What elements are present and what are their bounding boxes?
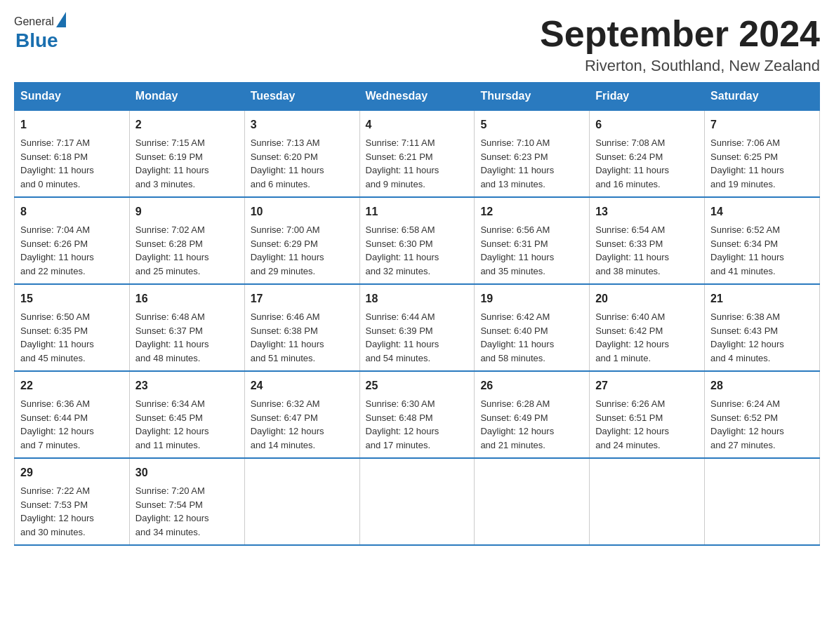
table-row <box>244 458 359 545</box>
day-info: Sunrise: 7:00 AMSunset: 6:29 PMDaylight:… <box>251 224 324 276</box>
day-info: Sunrise: 7:08 AMSunset: 6:24 PMDaylight:… <box>595 137 669 189</box>
table-row: 12 Sunrise: 6:56 AMSunset: 6:31 PMDaylig… <box>475 197 590 284</box>
table-row: 16 Sunrise: 6:48 AMSunset: 6:37 PMDaylig… <box>129 284 244 371</box>
weekday-header-row: Sunday Monday Tuesday Wednesday Thursday… <box>15 83 820 111</box>
table-row: 5 Sunrise: 7:10 AMSunset: 6:23 PMDayligh… <box>475 110 590 197</box>
day-info: Sunrise: 6:26 AMSunset: 6:51 PMDaylight:… <box>595 398 669 450</box>
table-row: 1 Sunrise: 7:17 AMSunset: 6:18 PMDayligh… <box>15 110 130 197</box>
day-info: Sunrise: 7:13 AMSunset: 6:20 PMDaylight:… <box>251 137 324 189</box>
day-number: 18 <box>366 290 469 307</box>
day-info: Sunrise: 7:20 AMSunset: 7:54 PMDaylight:… <box>135 485 209 537</box>
header-friday: Friday <box>590 83 705 111</box>
header-thursday: Thursday <box>475 83 590 111</box>
logo-triangle-icon <box>56 12 66 27</box>
day-info: Sunrise: 6:58 AMSunset: 6:30 PMDaylight:… <box>366 224 439 276</box>
day-info: Sunrise: 7:22 AMSunset: 7:53 PMDaylight:… <box>20 485 94 537</box>
day-info: Sunrise: 6:28 AMSunset: 6:49 PMDaylight:… <box>480 398 554 450</box>
day-info: Sunrise: 6:34 AMSunset: 6:45 PMDaylight:… <box>135 398 209 450</box>
day-info: Sunrise: 6:52 AMSunset: 6:34 PMDaylight:… <box>710 224 784 276</box>
day-info: Sunrise: 6:32 AMSunset: 6:47 PMDaylight:… <box>251 398 324 450</box>
table-row <box>705 458 820 545</box>
day-info: Sunrise: 7:15 AMSunset: 6:19 PMDaylight:… <box>135 137 209 189</box>
table-row: 13 Sunrise: 6:54 AMSunset: 6:33 PMDaylig… <box>590 197 705 284</box>
day-number: 7 <box>710 116 814 133</box>
day-info: Sunrise: 6:54 AMSunset: 6:33 PMDaylight:… <box>595 224 669 276</box>
table-row: 26 Sunrise: 6:28 AMSunset: 6:49 PMDaylig… <box>475 371 590 458</box>
table-row: 3 Sunrise: 7:13 AMSunset: 6:20 PMDayligh… <box>244 110 359 197</box>
day-number: 6 <box>595 116 699 133</box>
day-info: Sunrise: 6:30 AMSunset: 6:48 PMDaylight:… <box>366 398 439 450</box>
day-info: Sunrise: 7:17 AMSunset: 6:18 PMDaylight:… <box>20 137 94 189</box>
header-monday: Monday <box>129 83 244 111</box>
table-row: 8 Sunrise: 7:04 AMSunset: 6:26 PMDayligh… <box>15 197 130 284</box>
table-row: 18 Sunrise: 6:44 AMSunset: 6:39 PMDaylig… <box>359 284 475 371</box>
day-info: Sunrise: 6:50 AMSunset: 6:35 PMDaylight:… <box>20 311 94 363</box>
logo-area: General Blue <box>14 14 66 52</box>
day-info: Sunrise: 6:48 AMSunset: 6:37 PMDaylight:… <box>135 311 209 363</box>
day-number: 21 <box>710 290 814 307</box>
header-tuesday: Tuesday <box>244 83 359 111</box>
header-sunday: Sunday <box>15 83 130 111</box>
page-title: September 2024 <box>540 14 820 54</box>
table-row: 20 Sunrise: 6:40 AMSunset: 6:42 PMDaylig… <box>590 284 705 371</box>
day-info: Sunrise: 6:24 AMSunset: 6:52 PMDaylight:… <box>710 398 784 450</box>
day-number: 22 <box>20 377 124 394</box>
day-number: 14 <box>710 203 814 220</box>
table-row: 27 Sunrise: 6:26 AMSunset: 6:51 PMDaylig… <box>590 371 705 458</box>
day-number: 3 <box>251 116 354 133</box>
day-number: 4 <box>366 116 469 133</box>
logo: General <box>14 14 66 29</box>
day-info: Sunrise: 6:40 AMSunset: 6:42 PMDaylight:… <box>595 311 669 363</box>
table-row: 19 Sunrise: 6:42 AMSunset: 6:40 PMDaylig… <box>475 284 590 371</box>
day-number: 5 <box>480 116 583 133</box>
week-row-3: 15 Sunrise: 6:50 AMSunset: 6:35 PMDaylig… <box>15 284 820 371</box>
day-number: 16 <box>135 290 239 307</box>
day-number: 9 <box>135 203 239 220</box>
day-info: Sunrise: 6:38 AMSunset: 6:43 PMDaylight:… <box>710 311 784 363</box>
day-number: 20 <box>595 290 699 307</box>
week-row-5: 29 Sunrise: 7:22 AMSunset: 7:53 PMDaylig… <box>15 458 820 545</box>
table-row: 22 Sunrise: 6:36 AMSunset: 6:44 PMDaylig… <box>15 371 130 458</box>
table-row: 11 Sunrise: 6:58 AMSunset: 6:30 PMDaylig… <box>359 197 475 284</box>
day-number: 27 <box>595 377 699 394</box>
table-row <box>359 458 475 545</box>
table-row: 14 Sunrise: 6:52 AMSunset: 6:34 PMDaylig… <box>705 197 820 284</box>
table-row: 15 Sunrise: 6:50 AMSunset: 6:35 PMDaylig… <box>15 284 130 371</box>
day-number: 26 <box>480 377 583 394</box>
day-info: Sunrise: 6:36 AMSunset: 6:44 PMDaylight:… <box>20 398 94 450</box>
day-number: 12 <box>480 203 583 220</box>
day-number: 19 <box>480 290 583 307</box>
table-row <box>590 458 705 545</box>
day-info: Sunrise: 6:42 AMSunset: 6:40 PMDaylight:… <box>480 311 554 363</box>
table-row: 2 Sunrise: 7:15 AMSunset: 6:19 PMDayligh… <box>129 110 244 197</box>
day-number: 24 <box>251 377 354 394</box>
day-number: 8 <box>20 203 124 220</box>
day-info: Sunrise: 7:10 AMSunset: 6:23 PMDaylight:… <box>480 137 554 189</box>
day-number: 2 <box>135 116 239 133</box>
calendar-table: Sunday Monday Tuesday Wednesday Thursday… <box>14 82 820 546</box>
day-number: 15 <box>20 290 124 307</box>
logo-blue-text: Blue <box>15 29 58 52</box>
table-row: 29 Sunrise: 7:22 AMSunset: 7:53 PMDaylig… <box>15 458 130 545</box>
day-number: 1 <box>20 116 124 133</box>
day-number: 25 <box>366 377 469 394</box>
title-area: September 2024 Riverton, Southland, New … <box>540 14 820 75</box>
day-number: 30 <box>135 464 239 481</box>
day-info: Sunrise: 7:04 AMSunset: 6:26 PMDaylight:… <box>20 224 94 276</box>
day-info: Sunrise: 6:46 AMSunset: 6:38 PMDaylight:… <box>251 311 324 363</box>
table-row: 6 Sunrise: 7:08 AMSunset: 6:24 PMDayligh… <box>590 110 705 197</box>
day-info: Sunrise: 7:11 AMSunset: 6:21 PMDaylight:… <box>366 137 439 189</box>
table-row <box>475 458 590 545</box>
week-row-1: 1 Sunrise: 7:17 AMSunset: 6:18 PMDayligh… <box>15 110 820 197</box>
day-info: Sunrise: 7:06 AMSunset: 6:25 PMDaylight:… <box>710 137 784 189</box>
page-header: General Blue September 2024 Riverton, So… <box>14 14 820 75</box>
day-number: 29 <box>20 464 124 481</box>
header-saturday: Saturday <box>705 83 820 111</box>
week-row-2: 8 Sunrise: 7:04 AMSunset: 6:26 PMDayligh… <box>15 197 820 284</box>
table-row: 30 Sunrise: 7:20 AMSunset: 7:54 PMDaylig… <box>129 458 244 545</box>
day-number: 17 <box>251 290 354 307</box>
location-subtitle: Riverton, Southland, New Zealand <box>540 57 820 75</box>
header-wednesday: Wednesday <box>359 83 475 111</box>
logo-general-text: General <box>14 15 54 28</box>
table-row: 10 Sunrise: 7:00 AMSunset: 6:29 PMDaylig… <box>244 197 359 284</box>
